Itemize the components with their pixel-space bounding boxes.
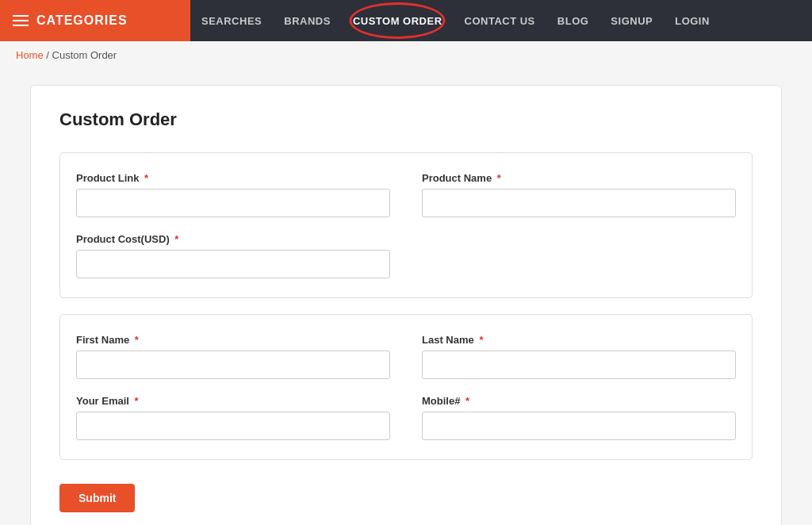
product-cost-group: Product Cost(USD) * — [76, 233, 390, 278]
submit-button[interactable]: Submit — [59, 484, 135, 512]
nav-link-login[interactable]: LOGIN — [664, 0, 721, 41]
last-name-group: Last Name * — [422, 334, 736, 379]
email-input[interactable] — [76, 412, 390, 440]
first-name-input[interactable] — [76, 351, 390, 379]
mobile-input[interactable] — [422, 412, 736, 440]
product-name-input[interactable] — [422, 189, 736, 217]
email-required: * — [135, 395, 139, 407]
mobile-group: Mobile# * — [422, 395, 736, 440]
nav-links: SEARCHES BRANDS CUSTOM ORDER CONTACT US … — [190, 0, 812, 41]
contact-section: First Name * Last Name * — [59, 314, 753, 460]
breadcrumb-separator: / — [46, 49, 52, 61]
mobile-label: Mobile# * — [422, 395, 736, 407]
first-name-group: First Name * — [76, 334, 390, 379]
mobile-required: * — [465, 395, 469, 407]
navbar: CATEGORIES SEARCHES BRANDS CUSTOM ORDER … — [0, 0, 812, 41]
product-link-group: Product Link * — [76, 172, 390, 217]
nav-link-blog[interactable]: BLOG — [546, 0, 600, 41]
categories-label: CATEGORIES — [36, 13, 128, 28]
form-title: Custom Order — [59, 109, 753, 130]
nav-item-login[interactable]: LOGIN — [664, 0, 721, 41]
nav-item-custom-order[interactable]: CUSTOM ORDER — [342, 0, 454, 41]
nav-item-blog[interactable]: BLOG — [546, 0, 600, 41]
product-name-label: Product Name * — [422, 172, 736, 184]
categories-button[interactable]: CATEGORIES — [0, 0, 190, 41]
first-name-label: First Name * — [76, 334, 390, 346]
contact-row-1: First Name * Last Name * — [76, 334, 736, 379]
nav-item-contact-us[interactable]: CONTACT US — [454, 0, 546, 41]
nav-link-signup[interactable]: SIGNUP — [599, 0, 664, 41]
product-row-1: Product Link * Product Name * — [76, 172, 736, 217]
product-cost-label: Product Cost(USD) * — [76, 233, 390, 245]
nav-link-custom-order[interactable]: CUSTOM ORDER — [342, 0, 454, 41]
hamburger-icon — [13, 15, 29, 26]
product-section: Product Link * Product Name * — [59, 152, 753, 298]
nav-item-signup[interactable]: SIGNUP — [599, 0, 664, 41]
product-cost-input[interactable] — [76, 250, 390, 278]
last-name-required: * — [479, 334, 483, 346]
product-cost-required: * — [174, 233, 178, 245]
email-group: Your Email * — [76, 395, 390, 440]
product-link-required: * — [144, 172, 148, 184]
product-name-group: Product Name * — [422, 172, 736, 217]
product-link-input[interactable] — [76, 189, 390, 217]
nav-item-searches[interactable]: SEARCHES — [190, 0, 273, 41]
breadcrumb: Home / Custom Order — [0, 41, 812, 69]
nav-link-brands[interactable]: BRANDS — [273, 0, 342, 41]
email-label: Your Email * — [76, 395, 390, 407]
breadcrumb-home[interactable]: Home — [16, 49, 44, 61]
form-card: Custom Order Product Link * Product Name… — [30, 85, 782, 525]
first-name-required: * — [135, 334, 139, 346]
last-name-input[interactable] — [422, 351, 736, 379]
nav-item-brands[interactable]: BRANDS — [273, 0, 342, 41]
contact-row-2: Your Email * Mobile# * — [76, 395, 736, 440]
nav-link-searches[interactable]: SEARCHES — [190, 0, 273, 41]
breadcrumb-current: Custom Order — [52, 49, 117, 61]
product-link-label: Product Link * — [76, 172, 390, 184]
page-content: Custom Order Product Link * Product Name… — [17, 85, 795, 525]
product-row-2: Product Cost(USD) * — [76, 233, 736, 278]
nav-link-contact-us[interactable]: CONTACT US — [454, 0, 546, 41]
last-name-label: Last Name * — [422, 334, 736, 346]
product-name-required: * — [497, 172, 501, 184]
